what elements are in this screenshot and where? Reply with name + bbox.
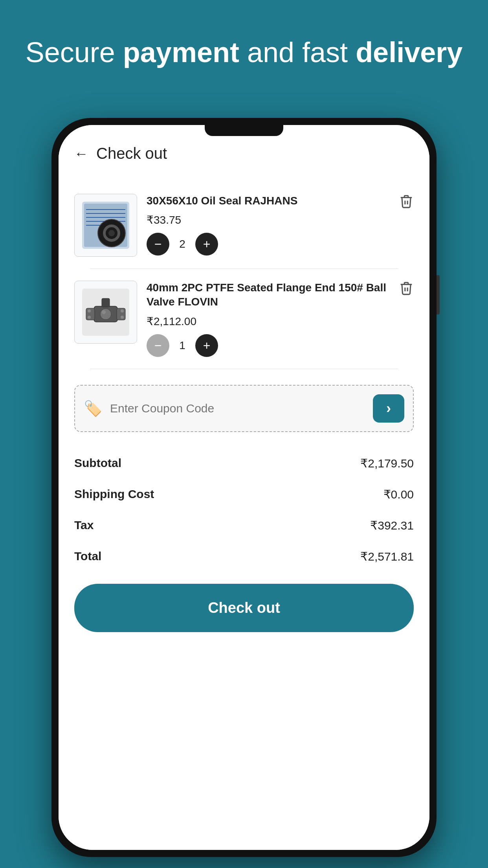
tax-label: Tax xyxy=(74,519,94,532)
delete-item-1[interactable] xyxy=(399,194,414,210)
shipping-value: ₹0.00 xyxy=(383,487,414,501)
hero-text: Secure payment and fast delivery xyxy=(2,35,486,69)
phone-frame: ← Check out xyxy=(51,118,437,857)
subtotal-row: Subtotal ₹2,179.50 xyxy=(74,448,414,479)
svg-point-20 xyxy=(100,309,111,320)
hero-text-bold1: payment xyxy=(123,37,239,68)
order-summary: Subtotal ₹2,179.50 Shipping Cost ₹0.00 T… xyxy=(59,444,429,576)
decrease-qty-2[interactable]: − xyxy=(147,334,169,357)
item-image-1 xyxy=(74,194,137,257)
phone-side-button xyxy=(437,275,440,314)
oil-seal-image xyxy=(82,202,129,249)
qty-display-1: 2 xyxy=(176,238,188,250)
total-label: Total xyxy=(74,550,101,563)
cart-item-2: 40mm 2PC PTFE Seated Flange End 150# Bal… xyxy=(74,269,414,369)
divider-2 xyxy=(90,369,398,369)
subtotal-value: ₹2,179.50 xyxy=(360,456,414,470)
subtotal-label: Subtotal xyxy=(74,456,121,470)
svg-point-21 xyxy=(102,310,106,314)
page-title: Check out xyxy=(96,145,167,162)
item-controls-2: − 1 + xyxy=(147,334,414,357)
total-value: ₹2,571.81 xyxy=(360,550,414,563)
checkout-btn-wrapper: Check out xyxy=(59,576,429,652)
item-name-1: 30X56X10 Oil Seal RAJHANS xyxy=(147,194,414,208)
item-details-2: 40mm 2PC PTFE Seated Flange End 150# Bal… xyxy=(147,281,414,357)
back-button[interactable]: ← xyxy=(74,145,88,162)
item-price-1: ₹33.75 xyxy=(147,213,414,226)
shipping-label: Shipping Cost xyxy=(74,487,154,501)
hero-text-part1: Secure xyxy=(26,37,123,68)
app-content: ← Check out xyxy=(59,125,429,850)
decrease-qty-1[interactable]: − xyxy=(147,233,169,256)
svg-point-16 xyxy=(88,309,91,313)
svg-rect-13 xyxy=(102,298,110,307)
item-image-2 xyxy=(74,281,137,344)
svg-point-10 xyxy=(108,230,115,236)
item-controls-1: − 2 + xyxy=(147,233,414,256)
svg-point-19 xyxy=(121,316,124,319)
coupon-input[interactable] xyxy=(110,402,365,415)
hero-text-part2: and fast xyxy=(239,37,356,68)
svg-point-18 xyxy=(121,309,124,313)
item-details-1: 30X56X10 Oil Seal RAJHANS ₹33.75 − 2 + xyxy=(147,194,414,256)
phone-notch xyxy=(205,125,283,136)
tax-value: ₹392.31 xyxy=(370,519,414,532)
item-price-2: ₹2,112.00 xyxy=(147,315,414,328)
delete-item-2[interactable] xyxy=(399,281,414,297)
shipping-row: Shipping Cost ₹0.00 xyxy=(74,479,414,510)
increase-qty-1[interactable]: + xyxy=(195,233,218,256)
coupon-icon: 🏷️ xyxy=(84,400,102,417)
ball-valve-image xyxy=(82,289,129,336)
item-name-2: 40mm 2PC PTFE Seated Flange End 150# Bal… xyxy=(147,281,414,309)
svg-point-17 xyxy=(88,316,91,319)
cart-item-1: 30X56X10 Oil Seal RAJHANS ₹33.75 − 2 + xyxy=(74,182,414,268)
coupon-submit-button[interactable]: › xyxy=(373,394,404,423)
coupon-section: 🏷️ › xyxy=(74,385,414,432)
hero-text-bold2: delivery xyxy=(356,37,462,68)
tax-row: Tax ₹392.31 xyxy=(74,510,414,541)
cart-items-container: 30X56X10 Oil Seal RAJHANS ₹33.75 − 2 + xyxy=(59,174,429,377)
phone-screen: ← Check out xyxy=(59,125,429,850)
total-row: Total ₹2,571.81 xyxy=(74,541,414,572)
qty-display-2: 1 xyxy=(176,339,188,352)
checkout-button[interactable]: Check out xyxy=(74,584,414,632)
increase-qty-2[interactable]: + xyxy=(195,334,218,357)
coupon-btn-label: › xyxy=(386,400,391,417)
